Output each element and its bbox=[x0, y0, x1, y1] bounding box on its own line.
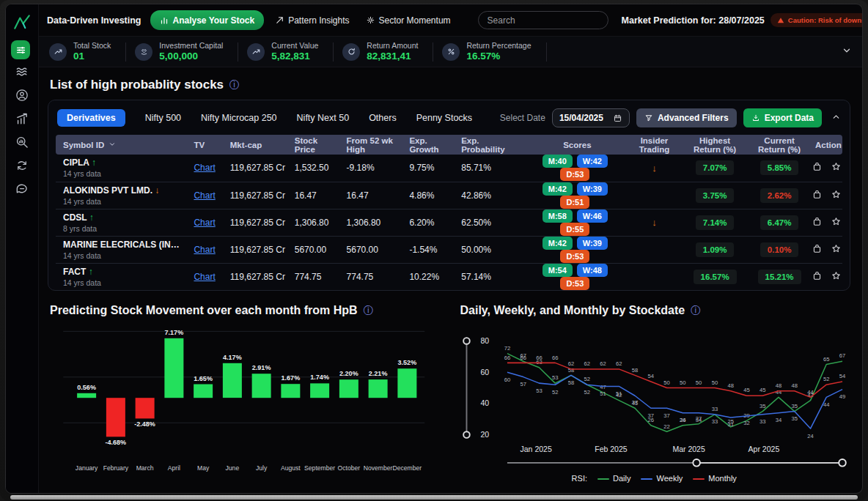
bar[interactable] bbox=[252, 374, 271, 398]
svg-text:51: 51 bbox=[600, 390, 606, 397]
nav-pattern-insights[interactable]: Pattern Insights bbox=[275, 15, 349, 26]
weekly-score-badge[interactable]: W:39 bbox=[577, 182, 608, 196]
tab-derivatives[interactable]: Derivatives bbox=[57, 109, 125, 127]
monthly-score-badge[interactable]: M:58 bbox=[542, 209, 573, 223]
portfolio-bag-icon[interactable] bbox=[812, 270, 823, 283]
svg-text:22: 22 bbox=[663, 423, 670, 430]
chart-link[interactable]: Chart bbox=[194, 218, 215, 228]
tab-nifty-500[interactable]: Nifty 500 bbox=[145, 109, 181, 127]
chart-link[interactable]: Chart bbox=[194, 245, 215, 255]
column-header[interactable]: Exp. Growth bbox=[405, 135, 457, 155]
legend-item-daily[interactable]: Daily bbox=[597, 474, 630, 483]
analyse-your-stock-button[interactable]: Analyse Your Stock bbox=[150, 10, 265, 30]
sort-chevron-icon[interactable] bbox=[108, 141, 116, 149]
daily-score-badge[interactable]: D:53 bbox=[560, 168, 589, 181]
weekly-score-badge[interactable]: W:42 bbox=[577, 155, 608, 168]
support-icon[interactable] bbox=[11, 84, 33, 106]
portfolio-bag-icon[interactable] bbox=[812, 161, 823, 174]
monthly-score-badge[interactable]: M:54 bbox=[542, 264, 573, 277]
portfolio-bag-icon[interactable] bbox=[812, 243, 823, 256]
legend-item-monthly[interactable]: Monthly bbox=[693, 474, 737, 483]
tab-nifty-microcap-250[interactable]: Nifty Microcap 250 bbox=[201, 109, 277, 127]
nav-sector-momentum[interactable]: Sector Momentum bbox=[366, 15, 451, 26]
svg-text:24: 24 bbox=[807, 433, 814, 439]
legend-item-weekly[interactable]: Weekly bbox=[641, 474, 683, 483]
watchlist-star-icon[interactable] bbox=[831, 189, 842, 202]
column-header[interactable]: Current Return (%) bbox=[748, 135, 811, 155]
daily-score-badge[interactable]: D:55 bbox=[560, 223, 589, 236]
monthly-score-badge[interactable]: M:42 bbox=[542, 237, 573, 250]
portfolio-bag-icon[interactable] bbox=[812, 216, 823, 229]
info-icon[interactable]: ⓘ bbox=[691, 304, 701, 317]
search-input[interactable] bbox=[478, 11, 608, 29]
sync-icon[interactable] bbox=[11, 155, 33, 177]
bar[interactable] bbox=[369, 379, 388, 398]
from-52wk-value: -9.18% bbox=[342, 155, 405, 182]
daily-score-badge[interactable]: D:53 bbox=[560, 277, 589, 290]
table-row: CIPLA ↑14 yrs dataChart119,627.85 Cr1,53… bbox=[56, 155, 842, 182]
column-header[interactable]: Mkt-cap bbox=[226, 135, 290, 155]
bar[interactable] bbox=[223, 363, 242, 398]
monthly-score-badge[interactable]: M:42 bbox=[542, 182, 573, 196]
search-analysis-icon[interactable] bbox=[11, 131, 33, 153]
symbol-history: 14 yrs data bbox=[63, 278, 185, 287]
growth-icon[interactable] bbox=[11, 108, 33, 130]
stats-collapse-icon[interactable] bbox=[842, 45, 852, 59]
caution-badge[interactable]: Caution: Risk of downside appear bbox=[770, 13, 863, 27]
bar[interactable] bbox=[136, 398, 155, 418]
waves-icon[interactable] bbox=[11, 61, 33, 83]
bar[interactable] bbox=[281, 384, 300, 398]
bar[interactable] bbox=[310, 383, 329, 398]
y-range-slider[interactable] bbox=[463, 338, 470, 438]
column-header[interactable]: Insider Trading bbox=[627, 135, 682, 155]
info-icon[interactable]: ⓘ bbox=[364, 304, 374, 317]
x-range-slider[interactable] bbox=[507, 459, 845, 467]
chart-link[interactable]: Chart bbox=[194, 190, 215, 201]
trend-arrow-icon bbox=[275, 15, 284, 25]
export-data-button[interactable]: Export Data bbox=[743, 108, 822, 127]
svg-text:50: 50 bbox=[695, 379, 702, 386]
advanced-filters-button[interactable]: Advanced Filters bbox=[636, 108, 737, 127]
monthly-score-badge[interactable]: M:40 bbox=[542, 155, 573, 168]
download-icon bbox=[751, 114, 760, 122]
bar[interactable] bbox=[106, 398, 125, 437]
chat-icon[interactable] bbox=[11, 178, 33, 200]
column-header[interactable]: TV bbox=[189, 135, 225, 155]
weekly-score-badge[interactable]: W:46 bbox=[577, 209, 608, 223]
svg-text:1.65%: 1.65% bbox=[194, 375, 213, 382]
column-header[interactable]: Highest Return (%) bbox=[682, 135, 748, 155]
column-header[interactable]: Symbol ID bbox=[56, 135, 189, 155]
column-header[interactable]: Exp. Probability bbox=[457, 135, 528, 155]
watchlist-star-icon[interactable] bbox=[831, 243, 842, 256]
date-input[interactable]: 15/04/2025 bbox=[552, 108, 630, 127]
column-header[interactable]: Scores bbox=[528, 135, 627, 155]
chart-link[interactable]: Chart bbox=[194, 163, 215, 173]
column-header[interactable]: From 52 wk High bbox=[342, 135, 405, 155]
tab-nifty-next-50[interactable]: Nifty Next 50 bbox=[297, 109, 350, 127]
watchlist-star-icon[interactable] bbox=[831, 270, 842, 283]
watchlist-star-icon[interactable] bbox=[831, 161, 842, 174]
column-header[interactable]: Stock Price bbox=[290, 135, 342, 155]
svg-text:48: 48 bbox=[791, 382, 798, 389]
portfolio-bag-icon[interactable] bbox=[812, 189, 823, 202]
info-icon[interactable]: ⓘ bbox=[229, 78, 240, 92]
daily-score-badge[interactable]: D:53 bbox=[560, 250, 589, 263]
bar[interactable] bbox=[77, 393, 96, 398]
chart-link[interactable]: Chart bbox=[194, 272, 215, 282]
daily-score-badge[interactable]: D:51 bbox=[560, 196, 589, 209]
weekly-score-badge[interactable]: W:48 bbox=[577, 264, 608, 277]
bar[interactable] bbox=[397, 368, 416, 398]
bar[interactable] bbox=[339, 379, 358, 398]
weekly-score-badge[interactable]: W:39 bbox=[577, 237, 608, 250]
watchlist-star-icon[interactable] bbox=[831, 216, 842, 229]
tab-penny-stocks[interactable]: Penny Stocks bbox=[416, 109, 472, 127]
screener-icon[interactable] bbox=[11, 40, 30, 59]
bar-chart-title: Predicting Stock Movement over each mont… bbox=[50, 304, 441, 317]
panel-collapse-icon[interactable] bbox=[831, 111, 841, 125]
svg-text:40: 40 bbox=[480, 398, 489, 407]
svg-text:7.17%: 7.17% bbox=[165, 329, 184, 336]
tab-others[interactable]: Others bbox=[369, 109, 397, 127]
column-header[interactable]: Action bbox=[811, 135, 842, 155]
bar[interactable] bbox=[194, 385, 213, 398]
bar[interactable] bbox=[164, 338, 183, 398]
